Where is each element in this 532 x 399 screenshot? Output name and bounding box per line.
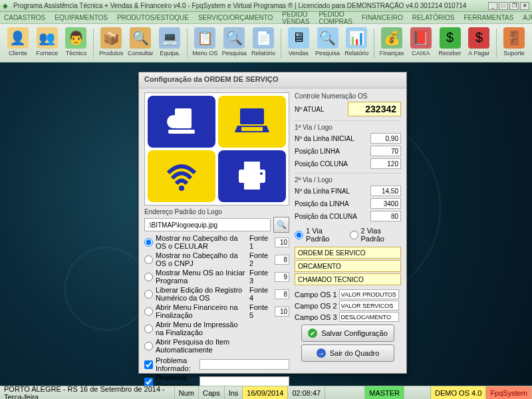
via1-row-0: Nº da Linha INICIAL	[295, 133, 401, 144]
opt-radio-1[interactable]: Mostrar no Cabeçalho da OS o CNPJ	[144, 251, 245, 267]
via2-row-2: Posição da COLUNA	[295, 211, 401, 221]
opt-radio-6[interactable]: Abrir Pesquisa do Item Automaticamente	[144, 338, 245, 354]
svg-rect-8	[244, 180, 260, 190]
campo-row-0: Campo OS 1	[295, 289, 401, 299]
fonte-input-4[interactable]	[275, 307, 289, 317]
pesquisa-icon: 🔍	[317, 27, 338, 49]
fonte-input-3[interactable]	[275, 289, 289, 299]
tool-relatório[interactable]: 📄Relatório	[249, 26, 277, 61]
tool-consultar[interactable]: 🔍Consultar	[126, 26, 155, 61]
close-button[interactable]: ✕	[520, 2, 529, 10]
via1-input-1[interactable]	[370, 146, 401, 156]
opt-radio-4[interactable]: Abrir Menu Financeiro na Finalização	[144, 303, 245, 319]
relatório-icon: 📊	[346, 27, 367, 49]
config-dialog: Configuração da ORDEM DE SERVIÇO Endereç…	[138, 72, 407, 374]
menubar: CADASTROSEQUIPAMENTOSPRODUTOS/ESTOQUESER…	[0, 12, 532, 24]
tool-receber[interactable]: $Receber	[436, 26, 464, 61]
status-date: 16/09/2014	[243, 386, 288, 399]
via1-label: 1ª Via / Logo	[295, 124, 401, 131]
logo-laptop-icon	[218, 96, 286, 148]
logo-path-input[interactable]	[144, 218, 271, 231]
browse-button[interactable]: 🔍	[273, 217, 289, 233]
logo-preview	[144, 92, 289, 205]
check-text-0[interactable]	[200, 359, 289, 370]
yellow-field-1[interactable]	[295, 260, 401, 272]
status-caps: Caps	[199, 386, 225, 399]
menu-cadastros[interactable]: CADASTROS	[4, 14, 45, 21]
svg-point-9	[260, 172, 263, 175]
menu-financeiro[interactable]: FINANCEIRO	[362, 14, 403, 21]
equipa.-icon: 💻	[159, 27, 180, 49]
relatório-icon: 📄	[253, 27, 274, 49]
titlebar-text: Programa Assistência Técnica + Vendas & …	[13, 2, 488, 9]
receber-icon: $	[440, 27, 461, 49]
via-radio-group: 1 Via Padrão 2 Vias Padrão	[295, 225, 401, 244]
menu-pedido vendas[interactable]: PEDIDO VENDAS	[282, 11, 309, 25]
menu-produtos/estoque[interactable]: PRODUTOS/ESTOQUE	[117, 14, 189, 21]
via2-input-0[interactable]	[370, 186, 401, 196]
minimize-button[interactable]: _	[488, 2, 497, 10]
menu-pedido compras[interactable]: PEDIDO COMPRAS	[319, 11, 352, 25]
svg-rect-4	[241, 127, 263, 131]
tool-técnico[interactable]: 👨Técnico	[63, 26, 90, 61]
menu-equipamentos[interactable]: EQUIPAMENTOS	[55, 14, 108, 21]
tool-pesquisa[interactable]: 🔍Pesquisa	[220, 26, 248, 61]
app-icon: ◆	[3, 2, 11, 10]
fonte-row-2: Fonte 3	[249, 269, 289, 285]
menu-relatórios[interactable]: RELATÓRIOS	[412, 14, 455, 21]
tool-produtos[interactable]: 📦Produtos	[97, 26, 125, 61]
tool-a pagar[interactable]: $A Pagar	[465, 26, 493, 61]
campo-row-2: Campo OS 3	[295, 312, 401, 322]
via2-input-1[interactable]	[370, 198, 401, 209]
fonte-row-0: Fonte 1	[249, 234, 289, 250]
maximize-button[interactable]: □	[499, 2, 508, 10]
check-text-1[interactable]	[200, 376, 289, 386]
toolbar: 👤Cliente👥Fornece👨Técnico📦Produtos🔍Consul…	[0, 24, 532, 63]
controle-label: Controle Numeração OS	[295, 92, 401, 100]
save-button[interactable]: ✔Salvar Configuração	[301, 325, 394, 342]
restore-button[interactable]: ❐	[509, 2, 519, 10]
path-label: Endereço Padrão do Logo	[144, 208, 289, 215]
via1-input-2[interactable]	[370, 158, 401, 169]
opt-radio-3[interactable]: Liberar Edição do Registro Numérico da O…	[144, 286, 245, 302]
via-radio-1[interactable]: 1 Via Padrão	[295, 227, 343, 243]
caixa-icon: 📕	[410, 27, 432, 49]
tool-equipa.[interactable]: 💻Equipa.	[156, 26, 184, 61]
via2-label: 2ª Via / Logo	[295, 176, 401, 184]
fonte-input-0[interactable]	[275, 237, 289, 247]
tool-relatório[interactable]: 📊Relatório	[342, 26, 370, 61]
check-0[interactable]	[144, 360, 153, 369]
tool-menu os[interactable]: 📋Menu OS	[191, 26, 219, 61]
fonte-input-2[interactable]	[275, 272, 289, 282]
fonte-input-1[interactable]	[275, 255, 289, 265]
vendas-icon: 🖥	[288, 27, 309, 49]
via1-input-0[interactable]	[370, 133, 401, 144]
yellow-field-2[interactable]	[295, 273, 401, 285]
status-demo: DEMO OS 4.0	[431, 386, 486, 399]
via1-row-2: Posição COLUNA	[295, 158, 401, 169]
via2-input-2[interactable]	[370, 211, 401, 221]
via-radio-2[interactable]: 2 Vias Padrão	[350, 227, 401, 243]
status-fpq: FpqSystem	[486, 386, 532, 399]
tool-caixa[interactable]: 📕CAIXA	[407, 26, 435, 61]
campo-input-0[interactable]	[339, 289, 399, 299]
opt-radio-0[interactable]: Mostrar no Cabeçalho da OS o CELULAR	[144, 234, 245, 250]
opt-radio-2[interactable]: Mostrar Menu OS ao Iniciar Programa	[144, 269, 245, 285]
svg-rect-1	[168, 130, 195, 134]
tool-cliente[interactable]: 👤Cliente	[4, 26, 32, 61]
yellow-field-0[interactable]	[295, 247, 401, 259]
tool-vendas[interactable]: 🖥Vendas	[285, 26, 313, 61]
tool-finanças[interactable]: 💰Finanças	[378, 26, 406, 61]
tool-suporte[interactable]: 🚪Suporte	[500, 26, 528, 61]
menu-ferramentas[interactable]: FERRAMENTAS	[464, 14, 513, 21]
campo-input-2[interactable]	[339, 312, 399, 322]
opt-radio-5[interactable]: Abrir Menu de Impressão na Finalização	[144, 321, 245, 336]
menu-serviço/orçamento[interactable]: SERVIÇO/ORÇAMENTO	[198, 14, 273, 21]
exit-button[interactable]: →Sair do Quadro	[301, 344, 394, 362]
statusbar: PORTO ALEGRE - RS 16 de Setembro de 2014…	[0, 386, 532, 399]
campo-input-1[interactable]	[339, 301, 399, 311]
tool-pesquisa[interactable]: 🔍Pesquisa	[314, 26, 342, 61]
tool-fornece[interactable]: 👥Fornece	[33, 26, 61, 61]
fonte-row-4: Fonte 5	[249, 303, 289, 319]
menu-ajuda[interactable]: AJUDA	[523, 14, 532, 21]
